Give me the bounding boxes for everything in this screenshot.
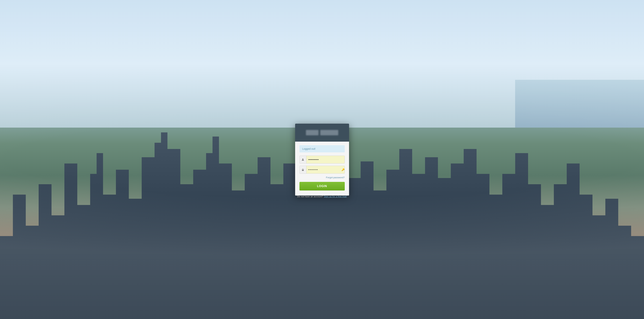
logout-message: Logged out!	[302, 147, 316, 150]
username-input[interactable]	[306, 156, 344, 163]
svg-rect-1	[302, 170, 304, 171]
modal-header	[295, 124, 349, 142]
svg-point-0	[302, 158, 304, 160]
logo-part-1	[306, 130, 318, 135]
key-toggle-icon[interactable]: 🔑	[342, 166, 344, 174]
modal-body: Logged out! 🔑	[295, 142, 349, 196]
password-input[interactable]	[306, 166, 342, 174]
login-modal: Logged out! 🔑	[295, 124, 349, 196]
signup-link[interactable]: Sign up for a free trial!	[324, 195, 347, 198]
username-input-group	[300, 156, 345, 164]
logo	[306, 130, 338, 135]
forgot-password-link[interactable]: Forgot password?	[326, 176, 344, 179]
logo-part-2	[320, 130, 338, 135]
forgot-password-container: Forgot password?	[300, 176, 345, 179]
logout-alert: Logged out!	[300, 145, 345, 152]
lock-icon	[300, 166, 306, 174]
login-button[interactable]: LOGIN	[300, 182, 345, 190]
password-input-group: 🔑	[300, 166, 345, 174]
user-icon	[300, 156, 306, 163]
signup-container: Do not have an account? Sign up for a fr…	[297, 195, 347, 198]
signup-prompt-text: Do not have an account?	[297, 195, 323, 198]
